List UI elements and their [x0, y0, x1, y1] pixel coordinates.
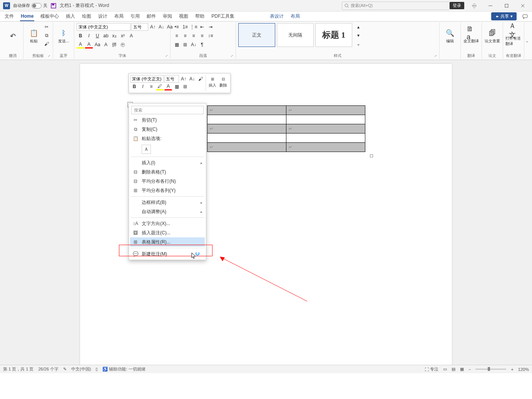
- mini-font-name[interactable]: [130, 75, 164, 83]
- ctx-cut[interactable]: ✂剪切(T): [130, 115, 205, 125]
- sort-button[interactable]: A↓: [190, 41, 197, 48]
- collapse-ribbon-button[interactable]: ⌄: [524, 22, 530, 59]
- mini-delete-button[interactable]: ⊟ 删除: [218, 75, 229, 91]
- tab-review[interactable]: 审阅: [162, 12, 173, 21]
- ctx-insert-caption[interactable]: 🖼插入题注(C)...: [130, 228, 205, 237]
- text-effects-button[interactable]: A: [127, 32, 135, 40]
- ctx-copy[interactable]: ⧉复制(C): [130, 125, 205, 134]
- table-resize-handle[interactable]: [370, 154, 373, 157]
- ribbon-display-options-icon[interactable]: [468, 1, 480, 10]
- grow-font-button[interactable]: A↑: [149, 23, 157, 31]
- comments-icon[interactable]: [522, 13, 528, 20]
- mini-borders[interactable]: ⊞: [181, 83, 189, 90]
- paste-button[interactable]: 📋 粘贴: [26, 23, 42, 49]
- mini-align[interactable]: ≡: [147, 83, 155, 90]
- save-icon[interactable]: [50, 3, 57, 9]
- style-normal[interactable]: 正文: [238, 23, 275, 47]
- font-color-button[interactable]: A: [85, 41, 93, 48]
- mini-highlight[interactable]: 🖊: [156, 83, 164, 90]
- phonetic-button[interactable]: 拼: [110, 41, 118, 48]
- style-no-spacing[interactable]: 无间隔: [277, 23, 314, 47]
- ctx-search-input[interactable]: 搜索: [131, 106, 204, 114]
- language-indicator[interactable]: 中文(中国): [71, 366, 91, 372]
- tab-home[interactable]: Home: [20, 12, 34, 21]
- style-heading-1[interactable]: 标题 1: [315, 23, 352, 47]
- print-layout-button[interactable]: ▤: [452, 367, 455, 372]
- styles-launcher[interactable]: ⤢: [434, 54, 437, 58]
- ctx-distribute-rows[interactable]: ⊟平均分布各行(N): [130, 177, 205, 186]
- mini-grow-font[interactable]: A↑: [180, 75, 187, 83]
- tab-help[interactable]: 帮助: [194, 12, 205, 21]
- page-indicator[interactable]: 第 1 页，共 1 页: [3, 366, 33, 372]
- login-button[interactable]: 登录: [450, 2, 464, 9]
- tab-table-design[interactable]: 表设计: [269, 12, 284, 21]
- underline-button[interactable]: U: [94, 32, 101, 40]
- thesis-check-button[interactable]: 🗐论文查重: [484, 23, 500, 49]
- shading-button[interactable]: ▦: [173, 41, 181, 48]
- char-shading-button[interactable]: Aa: [94, 41, 101, 48]
- focus-mode-button[interactable]: ⛶ 专注: [425, 366, 438, 372]
- close-button[interactable]: [517, 1, 529, 10]
- copy-button[interactable]: ⧉: [43, 32, 50, 39]
- borders-button[interactable]: ⊞: [181, 41, 189, 48]
- mini-format-painter[interactable]: 🖌: [197, 75, 204, 83]
- increase-indent-button[interactable]: ⇥: [207, 23, 214, 31]
- tab-mailings[interactable]: 邮件: [146, 12, 157, 21]
- tab-file[interactable]: 文件: [4, 12, 15, 21]
- tab-view[interactable]: 视图: [178, 12, 189, 21]
- multilevel-button[interactable]: ⋮≡: [190, 23, 197, 31]
- styles-scroll-down[interactable]: ▾: [355, 32, 362, 39]
- tab-draw[interactable]: 绘图: [81, 12, 92, 21]
- bluetooth-send-button[interactable]: ᛒ 发送...: [55, 23, 72, 49]
- mini-font-color[interactable]: A: [164, 83, 172, 90]
- accessibility-indicator[interactable]: ♿ 辅助功能: 一切就绪: [102, 366, 145, 372]
- mini-font-size[interactable]: [164, 75, 179, 83]
- superscript-button[interactable]: x²: [119, 32, 127, 40]
- mini-shading[interactable]: ▦: [173, 83, 181, 90]
- full-translate-button[interactable]: 🗎a全文翻译: [463, 23, 479, 49]
- bold-button[interactable]: B: [77, 32, 84, 40]
- styles-expand[interactable]: ⌄: [355, 40, 362, 48]
- mini-bold[interactable]: B: [130, 83, 138, 90]
- maximize-button[interactable]: [500, 1, 513, 10]
- ctx-new-comment[interactable]: 💬新建批注(M): [130, 249, 205, 259]
- styles-scroll-up[interactable]: ▴: [355, 23, 362, 31]
- undo-button[interactable]: ↶: [5, 23, 21, 49]
- read-mode-button[interactable]: ▭: [443, 367, 447, 372]
- format-painter-button[interactable]: 🖌: [43, 40, 50, 48]
- ctx-distribute-cols[interactable]: ⊞平均分布各列(Y): [130, 186, 205, 195]
- subscript-button[interactable]: x₂: [110, 32, 118, 40]
- font-launcher[interactable]: ⤢: [165, 54, 168, 58]
- page[interactable]: ✥ ↵↵ ↵↵ ↵↵ A↑ A↓ 🖌: [80, 64, 452, 365]
- word-count[interactable]: 26/26 个字: [38, 366, 59, 372]
- ctx-autofit[interactable]: 自动调整(A)▸: [130, 207, 205, 216]
- macro-icon[interactable]: ▯: [95, 367, 98, 372]
- zoom-in-button[interactable]: +: [511, 367, 513, 372]
- paragraph-launcher[interactable]: ⤢: [231, 54, 233, 58]
- ctx-insert[interactable]: 插入(I)▸: [130, 158, 205, 167]
- ctx-table-properties[interactable]: ⊞表格属性(R)...: [130, 237, 205, 247]
- zoom-slider[interactable]: [475, 369, 506, 370]
- table[interactable]: ↵↵ ↵↵ ↵↵: [207, 105, 365, 152]
- tab-references[interactable]: 引用: [130, 12, 141, 21]
- paste-keep-text-button[interactable]: Ａ: [142, 145, 151, 154]
- align-center-button[interactable]: ≡: [181, 32, 189, 40]
- tab-table-layout[interactable]: 布局: [290, 12, 301, 21]
- mini-italic[interactable]: I: [139, 83, 147, 90]
- mini-insert-button[interactable]: ⊞ 插入: [207, 75, 218, 91]
- tab-pdf-tools[interactable]: PDF工具集: [211, 12, 235, 21]
- search-input[interactable]: 搜索(Alt+Q): [342, 2, 450, 10]
- shrink-font-button[interactable]: A↓: [157, 23, 165, 31]
- tab-layout[interactable]: 布局: [114, 12, 124, 21]
- show-marks-button[interactable]: ¶: [198, 41, 206, 48]
- italic-button[interactable]: I: [85, 32, 93, 40]
- ctx-border-styles[interactable]: 边框样式(B)▸: [130, 198, 205, 207]
- ctx-delete-table[interactable]: ⊟删除表格(T): [130, 167, 205, 177]
- strikethrough-button[interactable]: ab: [102, 32, 110, 40]
- tab-templates[interactable]: 模板中心: [40, 12, 60, 21]
- editing-button[interactable]: 🔍编辑: [442, 23, 458, 49]
- ctx-text-direction[interactable]: ↕A文字方向(X)...: [130, 219, 205, 228]
- tab-insert[interactable]: 插入: [65, 12, 76, 21]
- decrease-indent-button[interactable]: ⇤: [198, 23, 206, 31]
- line-spacing-button[interactable]: ↕≡: [207, 32, 214, 40]
